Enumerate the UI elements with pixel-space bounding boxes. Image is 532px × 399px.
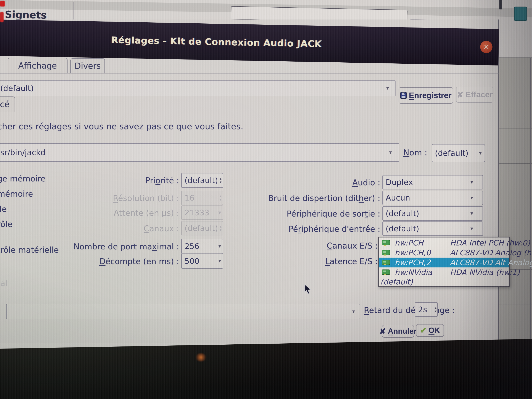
resolution-value: 16	[184, 193, 194, 202]
save-preset-button[interactable]: Enregistrer	[399, 87, 453, 104]
bookmarks-panel-title: Signets	[5, 9, 47, 21]
bottom-combobox[interactable]: ▾	[6, 304, 360, 319]
cancel-button[interactable]: ✘ Annuler	[382, 325, 414, 338]
channels-label: Canaux :	[95, 224, 179, 233]
audio-combobox[interactable]: Duplex ▾	[382, 175, 483, 190]
dropdown-item-selected[interactable]: hw:PCH,2 ALC887-VD Alt Analog…	[379, 258, 509, 267]
cut-label-lle: lle	[0, 204, 7, 214]
start-delay-label: Retard du démarrage :	[364, 306, 455, 315]
cut-label-nomemlock: mémoire	[0, 189, 33, 198]
floppy-disk-icon	[400, 92, 407, 99]
ok-check-icon: ✔	[420, 326, 426, 335]
dialog-title: Réglages - Kit de Connexion Audio JACK	[0, 19, 436, 64]
bottom-cut-label: :	[0, 307, 0, 316]
red-artifact	[0, 1, 5, 6]
server-path-combobox[interactable]: sr/bin/jackd ▾	[0, 143, 399, 162]
resolution-spinbox[interactable]: 16 ▴▾	[181, 191, 223, 205]
device-name: hw:PCH	[395, 239, 424, 247]
wait-label: Attente (en µs) :	[95, 208, 179, 218]
device-desc: ALC887-VD Analog (h…	[450, 248, 532, 257]
clear-preset-button[interactable]: ✘ Effacer	[456, 87, 494, 103]
close-button[interactable]: ✕	[480, 41, 493, 53]
chevron-down-icon[interactable]: ▾	[470, 195, 473, 201]
clear-preset-label: Effacer	[466, 90, 493, 99]
cut-label-hw-monitor: trôle matérielle	[0, 245, 59, 254]
ok-label: OK	[429, 326, 440, 335]
timeout-value: 500	[184, 257, 200, 266]
chevron-down-icon[interactable]: ▾	[470, 210, 473, 216]
chevron-down-icon[interactable]: ▾	[479, 150, 482, 156]
dropdown-item[interactable]: hw:PCH HDA Intel PCH (hw:0)	[379, 238, 509, 248]
preset-combobox[interactable]: (default) ▾	[0, 81, 395, 96]
device-desc: ALC887-VD Alt Analog…	[450, 258, 532, 267]
chevron-down-icon[interactable]: ▾	[352, 308, 355, 314]
teal-app-icon	[514, 6, 527, 21]
dither-combobox[interactable]: Aucun ▾	[382, 191, 483, 205]
input-device-label: Périphérique d'entrée :	[262, 224, 380, 234]
start-delay-value: 2s	[418, 305, 427, 314]
ok-button[interactable]: ✔ OK	[416, 324, 444, 337]
cut-label-faint: ial	[0, 279, 8, 288]
chevron-down-icon[interactable]: ▾	[218, 258, 221, 264]
wait-value: 21333	[184, 208, 209, 217]
tab-affichage[interactable]: Affichage	[8, 58, 68, 73]
inner-tab-partial-label: cé	[0, 100, 9, 109]
chevron-down-icon[interactable]: ▾	[470, 179, 473, 185]
name-combobox[interactable]: (default) ▾	[432, 144, 485, 162]
wait-combobox[interactable]: 21333 ▾	[181, 205, 223, 220]
io-latency-label: Latence E/S :	[299, 257, 378, 266]
input-device-combobox[interactable]: (default) ▾	[382, 222, 483, 236]
output-device-combobox[interactable]: (default) ▾	[382, 206, 483, 221]
tab-divers[interactable]: Divers	[70, 58, 105, 73]
preset-value: (default)	[0, 84, 34, 93]
timeout-combobox[interactable]: 500 ▾	[181, 253, 223, 269]
inner-tab-partial[interactable]: cé	[0, 96, 15, 112]
cut-label-memlock: ge mémoire	[0, 174, 45, 183]
close-icon: ✕	[483, 43, 489, 51]
chevron-down-icon[interactable]: ▾	[389, 149, 392, 155]
io-channels-label: Canaux E/S :	[299, 241, 378, 250]
name-label: Nom :	[403, 148, 427, 157]
device-name: hw:PCH,0	[395, 248, 431, 257]
priority-label: Priorité :	[95, 176, 179, 185]
spinner-arrows-icon: ▴▾	[220, 194, 222, 201]
timeout-label: Décompte (en ms) :	[58, 257, 179, 266]
channels-value: (default)	[184, 224, 218, 233]
tabs-baseline	[0, 73, 499, 74]
device-name: (default)	[380, 278, 413, 286]
resolution-label: Résolution (bit) :	[95, 194, 179, 203]
server-path-value: sr/bin/jackd	[0, 148, 45, 157]
soundcard-icon	[381, 269, 391, 276]
chevron-down-icon[interactable]: ▾	[470, 225, 473, 232]
audio-value: Duplex	[386, 178, 413, 187]
groupbox-top-line	[15, 112, 499, 112]
buttons-separator	[0, 322, 499, 322]
bookmark-glyph-icon	[499, 0, 502, 9]
tab-divers-label: Divers	[75, 61, 101, 71]
priority-spinbox[interactable]: (default) ▴▾	[181, 173, 223, 188]
grid-column-line	[509, 57, 509, 349]
spinner-arrows-icon: ▴▾	[220, 225, 222, 232]
red-artifact	[0, 12, 4, 22]
spinner-arrows-icon[interactable]: ▴▾	[435, 306, 437, 313]
soundcard-icon	[381, 249, 391, 256]
chevron-down-icon[interactable]: ▾	[386, 85, 389, 91]
start-delay-spinbox[interactable]: 2s ▴▾	[415, 302, 438, 317]
dropdown-item[interactable]: (default)	[379, 277, 509, 287]
max-ports-label: Nombre de port maximal :	[58, 242, 179, 251]
max-ports-combobox[interactable]: 256 ▾	[181, 239, 223, 254]
dropdown-item[interactable]: hw:NVidia HDA NVidia (hw:1)	[379, 267, 509, 277]
channels-spinbox[interactable]: (default) ▴▾	[181, 221, 223, 235]
chevron-down-icon[interactable]: ▾	[218, 243, 221, 249]
output-device-label: Périphérique de sortie :	[262, 209, 380, 218]
settings-dialog: Réglages - Kit de Connexion Audio JACK ✕…	[0, 19, 499, 343]
name-value: (default)	[435, 149, 468, 158]
max-ports-value: 256	[184, 242, 200, 251]
audio-label: Audio :	[299, 178, 380, 187]
cancel-x-icon: ✘	[380, 327, 386, 336]
dropdown-item[interactable]: hw:PCH,0 ALC887-VD Analog (h…	[379, 248, 509, 258]
tab-affichage-label: Affichage	[18, 61, 57, 70]
spinner-arrows-icon[interactable]: ▴▾	[220, 177, 222, 184]
power-led-glow	[195, 353, 207, 361]
output-device-value: (default)	[386, 209, 419, 218]
